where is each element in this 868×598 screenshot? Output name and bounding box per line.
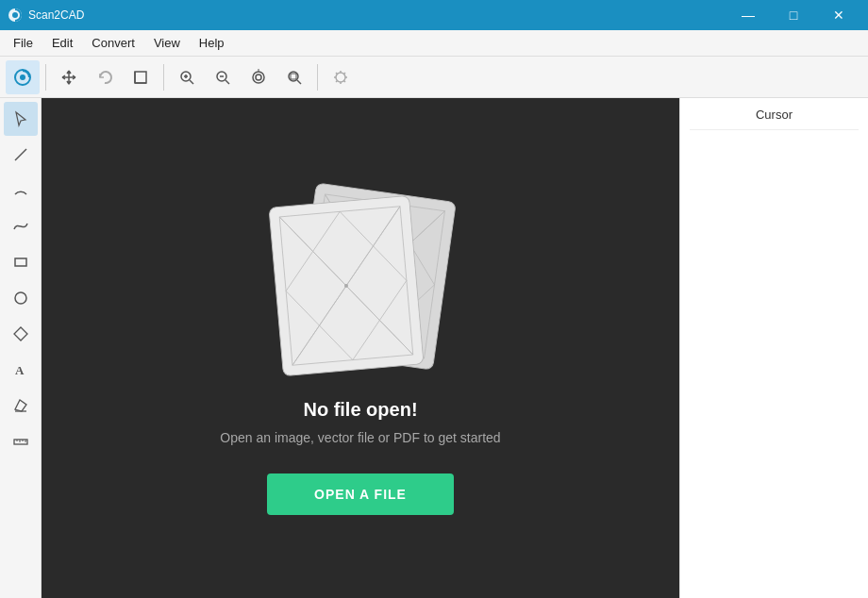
undo-btn[interactable] bbox=[88, 60, 122, 94]
svg-rect-19 bbox=[291, 74, 296, 79]
svg-line-26 bbox=[344, 80, 346, 82]
spline-icon bbox=[12, 218, 29, 235]
menu-help[interactable]: Help bbox=[190, 32, 234, 54]
arc-icon bbox=[12, 182, 29, 199]
main-layout: A bbox=[0, 98, 868, 598]
circle-tool-btn[interactable] bbox=[4, 281, 38, 315]
line-tool-btn[interactable] bbox=[4, 138, 38, 172]
cursor-icon bbox=[12, 110, 29, 127]
titlebar-controls: — □ ✕ bbox=[726, 0, 860, 30]
line-icon bbox=[12, 146, 29, 163]
titlebar: Scan2CAD — □ ✕ bbox=[0, 0, 868, 30]
eraser-icon bbox=[12, 397, 29, 414]
cursor-tool-btn[interactable] bbox=[4, 102, 38, 136]
menu-edit[interactable]: Edit bbox=[42, 32, 82, 54]
svg-line-29 bbox=[15, 149, 26, 160]
card-front-svg bbox=[270, 195, 424, 374]
zoom-in-icon bbox=[178, 69, 195, 86]
menu-convert[interactable]: Convert bbox=[82, 32, 144, 54]
zoom-100-btn[interactable] bbox=[277, 60, 311, 94]
maximize-btn[interactable]: □ bbox=[772, 0, 815, 30]
diamond-tool-btn[interactable] bbox=[4, 317, 38, 351]
app-title: Scan2CAD bbox=[28, 8, 84, 22]
diamond-icon bbox=[12, 325, 29, 342]
crop-btn[interactable] bbox=[124, 60, 158, 94]
svg-point-14 bbox=[253, 72, 264, 83]
scan2cad-icon bbox=[13, 68, 32, 87]
doc-card-front bbox=[268, 194, 424, 375]
close-btn[interactable]: ✕ bbox=[817, 0, 860, 30]
flash-icon bbox=[332, 69, 349, 86]
rect-tool-btn[interactable] bbox=[4, 245, 38, 279]
undo-icon bbox=[96, 69, 113, 86]
file-illustration bbox=[266, 182, 455, 371]
move-btn[interactable] bbox=[52, 60, 86, 94]
rect-icon bbox=[12, 254, 29, 271]
svg-line-8 bbox=[190, 80, 193, 84]
svg-line-18 bbox=[297, 80, 301, 84]
canvas-area: No file open! Open an image, vector file… bbox=[42, 98, 679, 598]
eraser-tool-btn[interactable] bbox=[4, 389, 38, 423]
svg-line-27 bbox=[344, 73, 346, 75]
zoom-in-btn[interactable] bbox=[170, 60, 204, 94]
no-file-title: No file open! bbox=[303, 399, 417, 421]
svg-point-3 bbox=[20, 75, 25, 80]
flash-btn[interactable] bbox=[324, 60, 358, 94]
fit-btn[interactable] bbox=[242, 60, 275, 94]
right-panel: Cursor bbox=[679, 98, 868, 598]
fit-icon bbox=[250, 69, 267, 86]
crop-icon bbox=[132, 69, 149, 86]
zoom-100-icon bbox=[286, 69, 303, 86]
svg-point-15 bbox=[256, 75, 261, 80]
left-toolbar: A bbox=[0, 98, 42, 598]
svg-line-25 bbox=[336, 73, 338, 75]
zoom-out-btn[interactable] bbox=[206, 60, 240, 94]
spline-tool-btn[interactable] bbox=[4, 209, 38, 243]
no-file-sub: Open an image, vector file or PDF to get… bbox=[220, 430, 500, 445]
circle-icon bbox=[12, 290, 29, 307]
toolbar-sep-1 bbox=[45, 64, 46, 91]
toolbar bbox=[0, 57, 868, 98]
text-tool-btn[interactable]: A bbox=[4, 353, 38, 387]
logo-btn[interactable] bbox=[6, 60, 40, 94]
svg-point-31 bbox=[15, 292, 26, 304]
menu-view[interactable]: View bbox=[144, 32, 190, 54]
menubar: File Edit Convert View Help bbox=[0, 30, 868, 57]
right-panel-title: Cursor bbox=[690, 108, 859, 130]
open-file-btn[interactable]: OPEN A FILE bbox=[267, 473, 454, 515]
text-icon: A bbox=[12, 361, 29, 378]
titlebar-left: Scan2CAD bbox=[8, 8, 84, 23]
svg-rect-30 bbox=[15, 258, 26, 266]
svg-line-28 bbox=[336, 80, 338, 82]
zoom-out-icon bbox=[214, 69, 231, 86]
arc-tool-btn[interactable] bbox=[4, 174, 38, 208]
ruler-icon bbox=[12, 433, 29, 450]
toolbar-sep-3 bbox=[317, 64, 318, 91]
app-icon bbox=[8, 8, 23, 23]
svg-line-12 bbox=[225, 80, 229, 84]
svg-rect-4 bbox=[135, 72, 146, 83]
menu-file[interactable]: File bbox=[4, 32, 42, 54]
move-icon bbox=[60, 69, 77, 86]
toolbar-sep-2 bbox=[163, 64, 164, 91]
ruler-tool-btn[interactable] bbox=[4, 424, 38, 458]
svg-point-1 bbox=[12, 12, 18, 18]
svg-text:A: A bbox=[15, 363, 25, 377]
minimize-btn[interactable]: — bbox=[726, 0, 770, 30]
